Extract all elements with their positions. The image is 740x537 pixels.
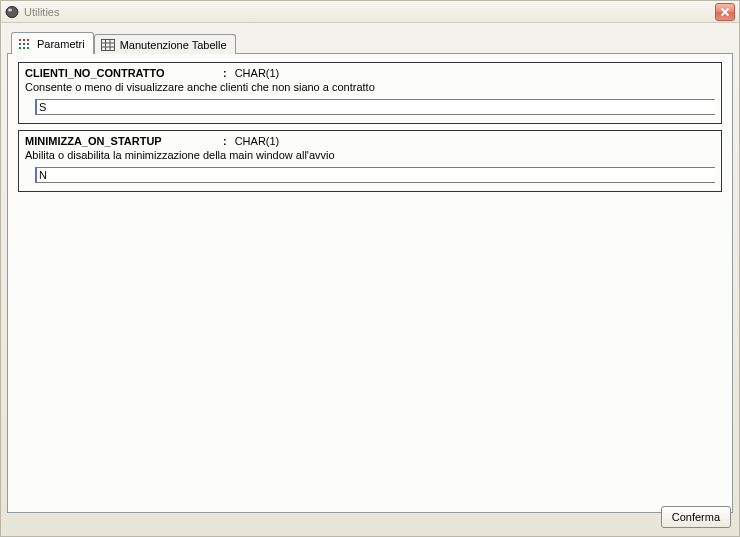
tabstrip: Parametri Manutenzione Tabelle — [11, 29, 733, 54]
titlebar: Utilities — [1, 1, 739, 23]
svg-rect-11 — [23, 47, 25, 49]
svg-rect-6 — [27, 39, 29, 41]
param-value-input[interactable] — [35, 167, 715, 183]
window-title: Utilities — [24, 6, 59, 18]
tab-label: Manutenzione Tabelle — [120, 39, 227, 51]
param-colon: : — [223, 67, 227, 79]
param-name: CLIENTI_NO_CONTRATTO — [25, 67, 215, 79]
confirm-button[interactable]: Conferma — [661, 506, 731, 528]
param-value-input[interactable] — [35, 99, 715, 115]
tab-manutenzione-tabelle[interactable]: Manutenzione Tabelle — [94, 34, 236, 54]
app-icon — [5, 5, 19, 19]
close-button[interactable] — [715, 3, 735, 21]
param-type: CHAR(1) — [235, 135, 280, 147]
svg-point-0 — [6, 6, 18, 17]
param-description: Consente o meno di visualizzare anche cl… — [25, 81, 715, 93]
tab-label: Parametri — [37, 38, 85, 50]
svg-rect-4 — [19, 39, 21, 41]
param-type: CHAR(1) — [235, 67, 280, 79]
svg-rect-9 — [27, 43, 29, 45]
svg-point-1 — [8, 8, 12, 11]
param-header: CLIENTI_NO_CONTRATTO : CHAR(1) — [25, 67, 715, 79]
param-description: Abilita o disabilita la minimizzazione d… — [25, 149, 715, 161]
param-name: MINIMIZZA_ON_STARTUP — [25, 135, 215, 147]
svg-rect-7 — [19, 43, 21, 45]
table-icon — [101, 39, 115, 51]
svg-rect-10 — [19, 47, 21, 49]
tab-panel-parametri: CLIENTI_NO_CONTRATTO : CHAR(1) Consente … — [7, 53, 733, 513]
utilities-window: Utilities Parametri — [0, 0, 740, 537]
param-box-minimizza-on-startup: MINIMIZZA_ON_STARTUP : CHAR(1) Abilita o… — [18, 130, 722, 192]
param-header: MINIMIZZA_ON_STARTUP : CHAR(1) — [25, 135, 715, 147]
tab-parametri[interactable]: Parametri — [11, 32, 94, 54]
grid-dots-icon — [18, 38, 32, 50]
client-area: Parametri Manutenzione Tabelle — [1, 23, 739, 536]
svg-rect-13 — [101, 39, 114, 50]
close-icon — [720, 7, 730, 17]
param-colon: : — [223, 135, 227, 147]
svg-rect-12 — [27, 47, 29, 49]
param-box-clienti-no-contratto: CLIENTI_NO_CONTRATTO : CHAR(1) Consente … — [18, 62, 722, 124]
svg-rect-8 — [23, 43, 25, 45]
svg-rect-5 — [23, 39, 25, 41]
